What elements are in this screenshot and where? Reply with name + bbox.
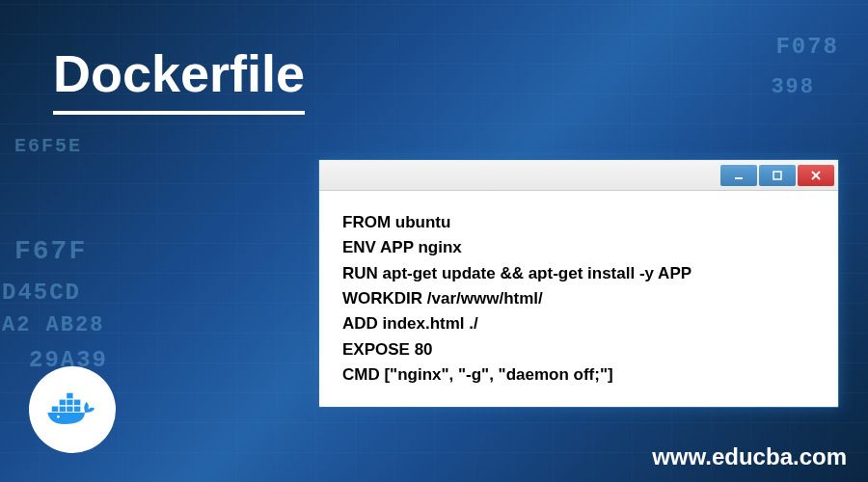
hex-decoration: 398 [771, 75, 815, 99]
minimize-button[interactable] [720, 165, 757, 186]
window-controls [720, 165, 834, 186]
hex-decoration: F67F [14, 236, 87, 266]
code-line: WORKDIR /var/www/html/ [342, 286, 815, 311]
svg-rect-4 [52, 406, 59, 412]
svg-rect-1 [773, 172, 781, 179]
svg-rect-6 [67, 406, 73, 412]
website-url: www.educba.com [652, 443, 847, 470]
svg-point-12 [57, 415, 60, 418]
page-title: Dockerfile [53, 43, 305, 115]
svg-rect-11 [67, 392, 73, 398]
hex-decoration: A2 AB28 [2, 313, 104, 337]
code-line: ENV APP nginx [342, 235, 815, 260]
code-content: FROM ubuntu ENV APP nginx RUN apt-get up… [319, 191, 838, 407]
code-line: RUN apt-get update && apt-get install -y… [342, 261, 815, 286]
svg-rect-7 [74, 406, 81, 412]
svg-rect-9 [67, 399, 73, 405]
close-button[interactable] [798, 165, 834, 186]
hex-decoration: F078 [775, 34, 839, 60]
code-line: CMD ["nginx", "-g", "daemon off;"] [342, 362, 815, 388]
svg-rect-8 [59, 399, 66, 405]
code-line: ADD index.html ./ [342, 311, 815, 336]
svg-rect-0 [735, 177, 743, 179]
hex-decoration: E6F5E [14, 135, 82, 157]
window-titlebar [319, 160, 838, 191]
hex-decoration: D45CD [2, 280, 81, 306]
maximize-button[interactable] [759, 165, 796, 186]
docker-logo [29, 366, 116, 453]
code-line: FROM ubuntu [342, 210, 815, 235]
code-line: EXPOSE 80 [342, 337, 815, 362]
code-window: FROM ubuntu ENV APP nginx RUN apt-get up… [318, 159, 839, 408]
svg-rect-10 [74, 399, 81, 405]
svg-rect-5 [59, 406, 66, 412]
docker-whale-icon [43, 388, 101, 432]
